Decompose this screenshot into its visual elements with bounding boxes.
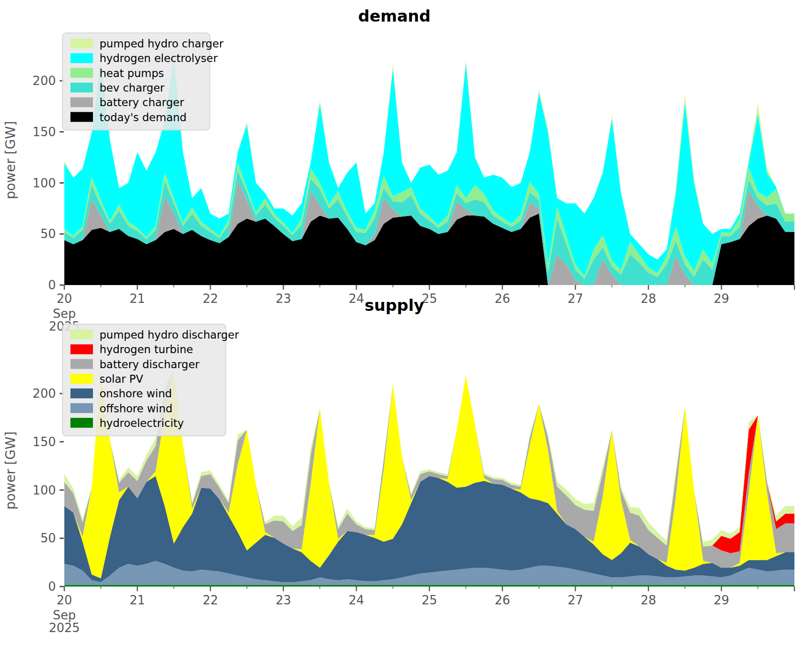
- x-tick-label: 21: [130, 593, 145, 607]
- legend-label: heat pumps: [100, 67, 164, 79]
- x-tick-label: 26: [494, 593, 510, 607]
- figure: 20212223242526272829Sep2025050100150200p…: [0, 0, 801, 672]
- area-series-hydroelectricity: [64, 585, 794, 587]
- y-axis-label: power [GW]: [3, 432, 18, 510]
- y-tick-label: 0: [48, 278, 56, 292]
- x-tick-label: 20: [56, 593, 72, 607]
- legend-swatch-battery-discharger: [70, 359, 93, 369]
- legend-swatch-offshore-wind: [70, 403, 93, 413]
- x-tick-label: 29: [714, 593, 729, 607]
- legend-swatch-bev-charger: [70, 83, 93, 93]
- y-axis-label: power [GW]: [3, 121, 18, 200]
- x-tick-label: 28: [640, 593, 656, 607]
- x-year-label: 2025: [49, 621, 80, 635]
- legend-label: pumped hydro discharger: [100, 329, 239, 341]
- legend-label: onshore wind: [100, 387, 172, 400]
- legend-swatch-hydrogen-electrolyser: [70, 53, 93, 63]
- x-tick-label: 25: [422, 593, 437, 607]
- y-tick-label: 200: [32, 74, 56, 88]
- legend-label: bev charger: [100, 82, 165, 94]
- demand-chart-title: demand: [0, 7, 789, 25]
- legend-swatch-battery-charger: [70, 97, 93, 107]
- legend-label: hydroelectricity: [100, 417, 184, 429]
- y-tick-label: 150: [32, 125, 56, 139]
- x-tick-label: 22: [202, 593, 218, 607]
- x-month-label: Sep: [53, 608, 76, 622]
- y-tick-label: 200: [32, 386, 56, 401]
- y-tick-label: 50: [40, 531, 56, 545]
- charts-canvas: 20212223242526272829Sep2025050100150200p…: [0, 0, 801, 672]
- legend-label: battery discharger: [100, 358, 200, 371]
- x-tick-label: 27: [568, 593, 583, 607]
- y-tick-label: 150: [32, 435, 56, 449]
- legend-swatch-hydroelectricity: [70, 418, 93, 428]
- legend-swatch-pumped-hydro-charger: [70, 39, 93, 48]
- legend-swatch-solar-pv: [70, 374, 93, 384]
- legend-swatch-onshore-wind: [70, 388, 93, 398]
- legend-label: today's demand: [100, 111, 186, 124]
- x-tick-label: 24: [348, 593, 364, 607]
- legend-label: pumped hydro charger: [100, 38, 223, 50]
- y-tick-label: 0: [48, 579, 56, 594]
- supply-chart-title: supply: [0, 296, 789, 315]
- legend-swatch-heat-pumps: [70, 68, 93, 78]
- legend-swatch-hydrogen-turbine: [70, 344, 93, 354]
- y-tick-label: 100: [32, 483, 56, 497]
- x-tick-label: 23: [276, 593, 291, 607]
- legend-label: solar PV: [100, 373, 143, 385]
- y-tick-label: 100: [32, 176, 56, 190]
- y-tick-label: 50: [40, 227, 56, 241]
- legend-label: hydrogen electrolyser: [100, 52, 218, 64]
- legend-label: hydrogen turbine: [100, 343, 193, 355]
- legend-swatch-pumped-hydro-discharger: [70, 330, 93, 340]
- legend-swatch-today-s-demand: [70, 112, 93, 122]
- legend-label: offshore wind: [100, 402, 172, 415]
- legend-label: battery charger: [100, 96, 184, 108]
